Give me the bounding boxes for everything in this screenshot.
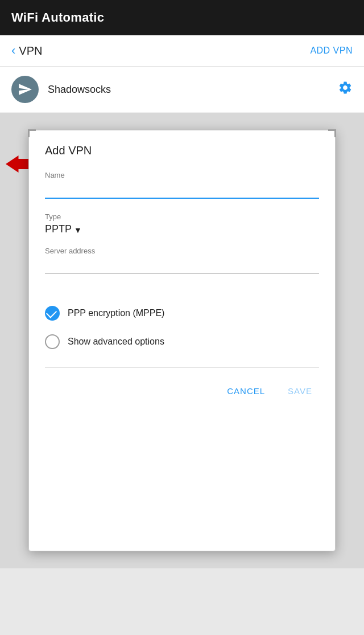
dialog-title: Add VPN: [45, 144, 319, 157]
corner-bracket-tr: [328, 129, 336, 137]
settings-icon[interactable]: [338, 80, 353, 99]
back-icon[interactable]: ‹: [11, 43, 15, 58]
type-selector[interactable]: PPTP ▼: [45, 223, 319, 235]
ppp-encryption-checkbox[interactable]: [45, 306, 60, 321]
vpn-list-item[interactable]: Shadowsocks: [0, 67, 364, 113]
options-section: PPP encryption (MPPE) Show advanced opti…: [45, 299, 319, 356]
save-button[interactable]: SAVE: [281, 382, 319, 400]
nav-bar: ‹ VPN ADD VPN: [0, 35, 364, 67]
add-vpn-dialog: Add VPN Name Type PPTP ▼ Server address …: [28, 130, 336, 551]
advanced-options-label: Show advanced options: [68, 337, 164, 347]
type-label: Type: [45, 212, 319, 221]
advanced-options-row[interactable]: Show advanced options: [45, 327, 319, 356]
paper-plane-icon: [18, 82, 32, 97]
ppp-encryption-label: PPP encryption (MPPE): [68, 308, 164, 318]
nav-left: ‹ VPN: [11, 43, 42, 58]
name-input[interactable]: [45, 182, 319, 199]
type-section: Type PPTP ▼: [45, 212, 319, 235]
dialog-actions: CANCEL SAVE: [45, 377, 319, 400]
name-label: Name: [45, 171, 319, 179]
add-vpn-button[interactable]: ADD VPN: [310, 46, 353, 56]
corner-bracket-tl: [28, 129, 36, 137]
ppp-encryption-row[interactable]: PPP encryption (MPPE): [45, 299, 319, 327]
background-area: Add VPN Name Type PPTP ▼ Server address …: [0, 113, 364, 568]
dialog-divider: [45, 367, 319, 368]
dropdown-arrow-icon: ▼: [74, 226, 82, 235]
vpn-app-name: Shadowsocks: [48, 84, 338, 96]
server-input[interactable]: [45, 257, 319, 274]
app-icon: [11, 76, 39, 103]
app-header: WiFi Automatic: [0, 0, 364, 35]
nav-title: VPN: [19, 44, 42, 58]
advanced-options-radio[interactable]: [45, 334, 60, 349]
app-title: WiFi Automatic: [11, 10, 104, 24]
cancel-button[interactable]: CANCEL: [220, 382, 272, 400]
server-section: Server address: [45, 247, 319, 285]
server-label: Server address: [45, 247, 319, 255]
type-value: PPTP: [45, 223, 72, 235]
